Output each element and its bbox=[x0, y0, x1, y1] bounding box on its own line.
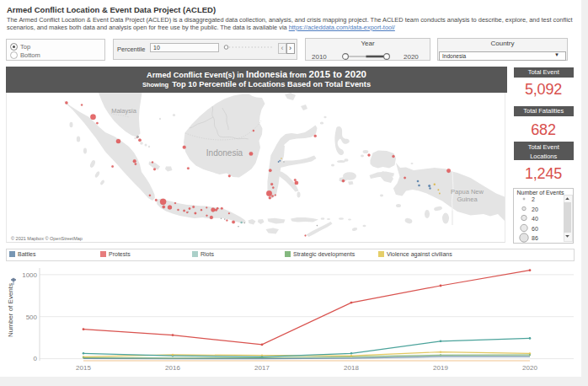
svg-text:2020: 2020 bbox=[522, 364, 537, 372]
svg-text:500: 500 bbox=[26, 314, 38, 321]
svg-text:0: 0 bbox=[34, 355, 38, 362]
svg-text:2018: 2018 bbox=[344, 364, 359, 372]
svg-text:60: 60 bbox=[532, 226, 538, 232]
svg-text:1000: 1000 bbox=[22, 271, 37, 279]
svg-text:Malaysia: Malaysia bbox=[111, 107, 136, 115]
svg-text:Guinea: Guinea bbox=[457, 196, 478, 203]
svg-text:2019: 2019 bbox=[433, 364, 448, 372]
svg-text:40: 40 bbox=[532, 216, 538, 222]
svg-text:Number of Events: Number of Events bbox=[7, 283, 14, 337]
svg-text:2015: 2015 bbox=[76, 364, 91, 372]
svg-text:86: 86 bbox=[532, 235, 538, 241]
svg-text:2017: 2017 bbox=[254, 364, 270, 372]
svg-text:Papua New: Papua New bbox=[451, 188, 484, 196]
svg-text:20: 20 bbox=[532, 206, 538, 212]
svg-text:Indonesia: Indonesia bbox=[206, 148, 243, 158]
svg-text:2: 2 bbox=[532, 196, 535, 202]
svg-text:2016: 2016 bbox=[165, 364, 180, 372]
